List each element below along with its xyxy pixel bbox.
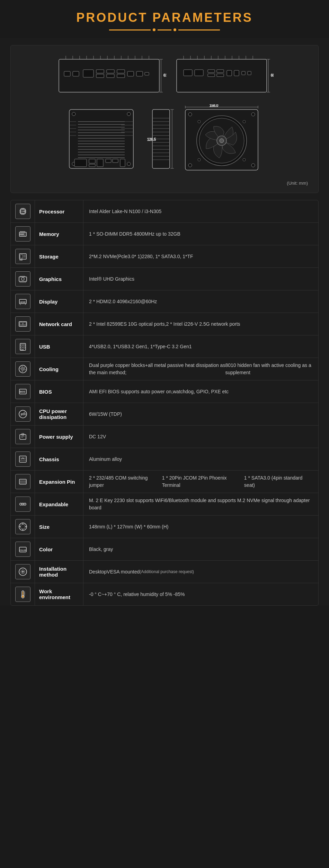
diagram-row-bottom: 126.5 158.0: [18, 104, 311, 174]
value-cell-cooling: Dual purple copper blocks+all metal pass…: [83, 358, 318, 380]
svg-rect-47: [217, 74, 224, 77]
value-cell-display: 2 * HDMI2.0 4096x2160@60Hz: [83, 290, 318, 313]
icon-cell-memory: RAM: [11, 223, 35, 245]
side-thin-view-diagram: 126.5: [147, 104, 175, 174]
svg-rect-42: [184, 70, 192, 76]
page-title: PRODUCT PARAMETERS: [7, 10, 322, 25]
svg-rect-91: [120, 159, 125, 167]
value-text-usb-0: 4*USB2.0, 1*USB3.2 Gen1, 1*Type-C 3.2 Ge…: [89, 343, 192, 350]
label-cell-processor: Processor: [35, 200, 83, 222]
label-cell-chassis: Chassis: [35, 448, 83, 470]
icon-box-network: [15, 316, 30, 332]
value-cell-network: 2 * Intel 82599ES 10G optical ports,2 * …: [83, 313, 318, 335]
value-cell-processor: Intel Alder Lake-N N100 / i3-N305: [83, 200, 318, 222]
svg-rect-16: [83, 70, 94, 77]
svg-rect-51: [248, 71, 251, 75]
specs-outer-border: CPU ProcessorIntel Alder Lake-N N100 / i…: [10, 200, 319, 606]
svg-rect-23: [127, 71, 134, 76]
svg-text:SSD: SSD: [19, 259, 23, 261]
svg-text:60.2: 60.2: [271, 73, 274, 77]
svg-rect-87: [89, 164, 95, 167]
front-view-diagram: 63.9: [55, 52, 166, 97]
svg-point-205: [24, 503, 26, 505]
icon-box-cpu_power: ECO: [15, 406, 30, 422]
svg-rect-178: [21, 344, 23, 346]
svg-point-204: [20, 503, 22, 505]
label-cell-expansion: Expansion Pin: [35, 471, 83, 493]
label-cell-color: Color: [35, 538, 83, 560]
svg-point-123: [198, 120, 201, 123]
value-cell-cpu_power: 6W/15W (TDP): [83, 403, 318, 425]
svg-point-161: [21, 278, 24, 280]
specs-row-cooling: CoolingDual purple copper blocks+all met…: [11, 358, 318, 380]
icon-cell-chassis: [11, 448, 35, 470]
svg-point-60: [127, 162, 131, 166]
icon-box-chassis: [15, 451, 30, 467]
svg-rect-174: [23, 322, 26, 326]
label-cell-network: Network card: [35, 313, 83, 335]
label-cell-size: Size: [35, 516, 83, 538]
value-cell-size: 148mm (L) * 127mm (W) * 60mm (H): [83, 516, 318, 538]
icon-box-expansion: [15, 474, 30, 489]
value-cell-expansion: 2 * 232/485 COM switching jumper1 * 20Pi…: [83, 471, 318, 493]
label-cell-usb: USB: [35, 335, 83, 358]
label-cell-bios: BIOS: [35, 380, 83, 403]
svg-text:158.0: 158.0: [210, 104, 218, 107]
svg-point-58: [127, 112, 131, 116]
label-cell-work_env: Work environment: [35, 583, 83, 605]
svg-point-126: [243, 158, 246, 161]
specs-row-bios: BIOS BIOSAMI EFI BIOS supports auto powe…: [11, 380, 318, 403]
icon-box-usb: USB: [15, 339, 30, 354]
specs-row-installation: Installation methodDesktopVESA mounted(A…: [11, 561, 318, 583]
specs-row-power_supply: Power supplyDC 12V: [11, 426, 318, 448]
value-cell-color: Black, gray: [83, 538, 318, 560]
svg-rect-22: [117, 74, 125, 78]
label-cell-installation: Installation method: [35, 561, 83, 583]
specs-row-chassis: ChassisAluminum alloy: [11, 448, 318, 471]
specs-row-graphics: GraphicsIntel® UHD Graphics: [11, 268, 318, 290]
value-text-cooling-0: Dual purple copper blocks+all metal pass…: [89, 362, 225, 376]
specs-row-memory: RAM Memory1 * SO-DIMM DDR5 4800MHz up to…: [11, 223, 318, 245]
icon-box-installation: [15, 564, 30, 579]
icon-cell-usb: USB: [11, 335, 35, 358]
svg-point-116: [251, 113, 255, 116]
diagram-row-top: 63.9: [18, 52, 311, 97]
value-cell-bios: AMI EFI BIOS supports auto power on,watc…: [83, 380, 318, 403]
value-text-processor-0: Intel Alder Lake-N N100 / i3-N305: [89, 208, 161, 215]
svg-text:CPU: CPU: [22, 210, 26, 212]
svg-rect-48: [227, 70, 232, 76]
label-cell-power_supply: Power supply: [35, 426, 83, 448]
svg-rect-173: [20, 322, 23, 326]
value-text-size-0: 148mm (L) * 127mm (W) * 60mm (H): [89, 523, 168, 531]
svg-rect-49: [234, 70, 239, 76]
unit-label: (Unit: mm): [18, 181, 311, 186]
icon-cell-bios: BIOS: [11, 380, 35, 403]
value-cell-memory: 1 * SO-DIMM DDR5 4800MHz up to 32GB: [83, 223, 318, 245]
label-cell-storage: Storage: [35, 245, 83, 268]
value-text-work_env-0: -0 ° C~+70 ° C, relative humidity of 5% …: [89, 591, 185, 598]
icon-box-display: HDMI: [15, 294, 30, 309]
svg-rect-193: [19, 456, 26, 462]
svg-rect-162: [20, 281, 26, 282]
svg-rect-179: [23, 344, 25, 346]
svg-point-183: [19, 365, 27, 373]
svg-rect-19: [107, 70, 114, 73]
value-text-display-0: 2 * HDMI2.0 4096x2160@60Hz: [89, 298, 157, 305]
label-cell-expandable: Expandable: [35, 493, 83, 515]
value-cell-chassis: Aluminum alloy: [83, 448, 318, 470]
svg-rect-20: [107, 74, 114, 78]
svg-rect-15: [73, 71, 79, 76]
svg-rect-89: [106, 159, 111, 163]
fan-view-diagram: 158.0: [182, 104, 265, 174]
value-cell-storage: 2*M.2 NVMe(Pcle3.0* 1)2280, 1* SATA3.0, …: [83, 245, 318, 268]
svg-text:126.5: 126.5: [147, 138, 156, 141]
svg-text:63.9: 63.9: [163, 73, 166, 77]
header: PRODUCT PARAMETERS: [0, 0, 329, 38]
svg-point-222: [22, 596, 24, 598]
icon-box-memory: RAM: [15, 226, 30, 242]
svg-text:USB: USB: [20, 349, 24, 351]
header-decoration: [7, 28, 322, 31]
specs-row-work_env: Work environment-0 ° C~+70 ° C, relative…: [11, 583, 318, 605]
icon-box-size: [15, 519, 30, 534]
icon-box-storage: SSD: [15, 249, 30, 264]
